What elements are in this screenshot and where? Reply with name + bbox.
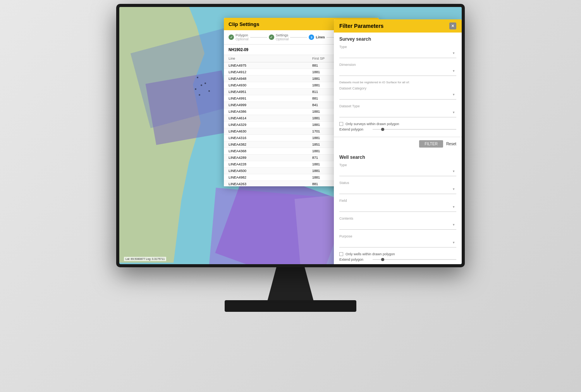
clip-survey-id: NH1902-09 (229, 48, 248, 52)
survey-note: Datasets must be registered in iO Surfac… (339, 81, 456, 84)
survey-dimension-label: Dimension (339, 63, 456, 67)
clip-step-2-sublabel: Optional (276, 37, 289, 41)
map-dot (208, 90, 210, 92)
clip-row-line: LINEA4630 (229, 129, 312, 133)
map-dot (199, 94, 200, 96)
coordinate-label: Lat: 69.5080877 Lng: 3.3175711 (124, 257, 166, 261)
clip-dialog-title-text: Clip Settings (229, 21, 259, 27)
map-dot (195, 88, 196, 90)
clip-step-2-label: Settings (276, 33, 289, 37)
map-dot (201, 84, 202, 86)
survey-button-row: FILTER Reset (334, 137, 462, 151)
well-extend-slider[interactable] (373, 259, 456, 260)
well-search-section: Well search Type Status Field (334, 151, 462, 264)
survey-search-title: Survey search (339, 36, 456, 42)
survey-search-section: Survey search Type Dimension Datasets mu… (334, 33, 462, 137)
well-extend-label: Extend polygon (339, 258, 370, 261)
survey-type-label: Type (339, 45, 456, 49)
survey-type-wrapper (339, 50, 456, 60)
well-status-select[interactable] (339, 186, 456, 194)
survey-dataset-type-wrapper (339, 109, 456, 120)
filter-dialog-foreground: Filter Parameters × Survey search Type D… (334, 19, 462, 264)
clip-row-line: LINEA4991 (229, 96, 312, 100)
clip-step-lines[interactable]: 3 Lines (309, 33, 325, 41)
well-field-select[interactable] (339, 203, 456, 212)
clip-step-1-circle: ✓ (229, 34, 234, 40)
well-contents-select[interactable] (339, 221, 456, 230)
well-search-title: Well search (339, 155, 456, 160)
well-contents-wrapper (339, 221, 456, 232)
scene: Lat: 69.5080877 Lng: 3.3175711 Clip Sett… (0, 0, 581, 392)
clip-row-line: LINEA4289 (229, 156, 312, 160)
well-status-wrapper (339, 186, 456, 196)
survey-slider-row: Extend polygon (339, 127, 456, 131)
clip-row-line: LINEA4930 (229, 83, 312, 87)
clip-row-line: LINEA4228 (229, 162, 312, 166)
well-checkbox-row: Only wells within drawn polygon (339, 252, 456, 256)
well-type-label: Type (339, 163, 456, 167)
monitor-stand-neck (267, 266, 314, 301)
clip-row-line: LINEA4975 (229, 64, 312, 67)
survey-dataset-cat-select[interactable] (339, 91, 456, 100)
survey-slider-thumb (381, 128, 384, 131)
survey-dataset-type-label: Dataset Type (339, 104, 456, 108)
clip-row-line: LINEA4382 (229, 143, 312, 146)
clip-step-divider-1 (250, 37, 267, 38)
survey-checkbox-label: Only surveys within drawn polygon (346, 122, 399, 126)
survey-dataset-cat-wrapper (339, 91, 456, 102)
clip-step-3-circle: 3 (309, 34, 314, 40)
well-purpose-select[interactable] (339, 239, 456, 248)
map-dot (197, 77, 198, 78)
survey-dimension-select[interactable] (339, 67, 456, 76)
monitor-bezel: Lat: 69.5080877 Lng: 3.3175711 Clip Sett… (116, 4, 465, 267)
well-field-wrapper (339, 203, 456, 214)
clip-row-line: LINEA4500 (229, 169, 312, 173)
clip-row-line: LINEA4263 (229, 182, 312, 186)
survey-extend-slider[interactable] (373, 129, 456, 130)
map-dot (205, 83, 206, 84)
survey-polygon-checkbox[interactable] (339, 122, 343, 126)
well-slider-row: Extend polygon (339, 258, 456, 261)
monitor-stand-base (225, 300, 356, 312)
clip-row-line: LINEA4329 (229, 123, 312, 127)
clip-row-line: LINEA4614 (229, 116, 312, 120)
survey-extend-label: Extend polygon (339, 127, 370, 131)
clip-row-line: LINEA4948 (229, 77, 312, 81)
clip-row-line: LINEA4386 (229, 110, 312, 113)
monitor-screen: Lat: 69.5080877 Lng: 3.3175711 Clip Sett… (119, 7, 462, 264)
clip-row-line: LINEA4999 (229, 103, 312, 107)
survey-type-select[interactable] (339, 50, 456, 58)
clip-step-divider-2 (290, 37, 307, 38)
clip-col-line: Line (229, 57, 312, 60)
survey-reset-button[interactable]: Reset (446, 142, 456, 146)
well-slider-thumb (381, 258, 384, 261)
clip-step-1-label: Polygon (235, 33, 249, 37)
survey-dataset-type-select[interactable] (339, 109, 456, 117)
survey-checkbox-row: Only surveys within drawn polygon (339, 122, 456, 126)
well-type-select[interactable] (339, 168, 456, 176)
well-polygon-checkbox[interactable] (339, 252, 343, 256)
clip-step-polygon[interactable]: ✓ Polygon Optional (229, 33, 249, 41)
well-purpose-label: Purpose (339, 234, 456, 238)
survey-filter-button[interactable]: FILTER (419, 140, 443, 148)
survey-dimension-wrapper (339, 67, 456, 78)
clip-row-line: LINEA4912 (229, 70, 312, 74)
well-contents-label: Contents (339, 217, 456, 220)
clip-row-line: LINEA4368 (229, 149, 312, 153)
well-type-wrapper (339, 168, 456, 179)
map-polygon-2 (146, 70, 233, 145)
well-purpose-wrapper (339, 239, 456, 250)
well-field-label: Field (339, 199, 456, 203)
well-checkbox-label: Only wells within drawn polygon (346, 252, 395, 256)
well-status-label: Status (339, 181, 456, 185)
survey-dataset-cat-label: Dataset Category (339, 86, 456, 90)
clip-step-3-label: Lines (316, 35, 325, 39)
clip-step-settings[interactable]: ✓ Settings Optional (269, 33, 289, 41)
filter-fg-title-bar: Filter Parameters × (334, 19, 462, 33)
clip-step-2-circle: ✓ (269, 34, 274, 40)
clip-row-line: LINEA4316 (229, 136, 312, 140)
clip-step-1-sublabel: Optional (235, 37, 249, 41)
clip-row-line: LINEA4982 (229, 175, 312, 179)
filter-fg-title-text: Filter Parameters (339, 23, 383, 29)
filter-fg-close-button[interactable]: × (449, 22, 456, 29)
